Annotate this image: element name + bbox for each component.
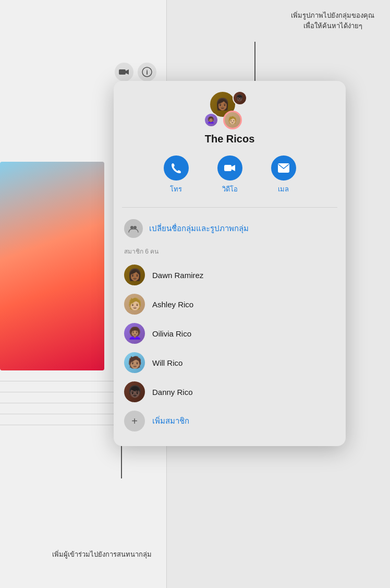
avatar-will: 🧑🏽 xyxy=(124,352,145,373)
mail-button[interactable]: เมล xyxy=(271,155,296,195)
avatar-oilivia: 👩🏽‍🦱 xyxy=(124,323,145,344)
member-list: 👩🏾 Dawn Ramirez 🧑🏼 Ashley Rico 👩🏽‍🦱 Oili… xyxy=(114,260,346,406)
change-group-text: เปลี่ยนชื่อกลุ่มและรูปภาพกลุ่ม xyxy=(149,222,249,235)
video-call-button[interactable]: วิดีโอ xyxy=(217,155,242,195)
list-item[interactable]: 👦🏿 Danny Rico xyxy=(114,377,346,406)
mail-button-label: เมล xyxy=(278,184,289,195)
call-button-circle xyxy=(164,155,189,181)
call-button[interactable]: โทร xyxy=(164,155,189,195)
group-avatars: 👩🏾 👦🏿 👩🏽‍🦱 🧑🏼 xyxy=(114,81,346,133)
avatar-danny: 👦🏿 xyxy=(124,381,145,402)
avatar-br: 🧑🏼 xyxy=(223,111,242,129)
svg-rect-4 xyxy=(278,163,289,173)
video-call-button-circle xyxy=(217,155,242,181)
video-button[interactable] xyxy=(115,63,133,81)
member-name-ashley: Ashley Rico xyxy=(152,300,193,309)
annotation-top: เพิ่มรูปภาพไปยังกลุ่มของคุณ เพื่อให้ค้นห… xyxy=(291,10,374,31)
video-call-button-label: วิดีโอ xyxy=(222,184,238,195)
info-button[interactable]: i xyxy=(138,63,156,81)
change-group-row[interactable]: เปลี่ยนชื่อกลุ่มและรูปภาพกลุ่ม xyxy=(114,216,346,246)
avatar-ashley: 🧑🏼 xyxy=(124,294,145,315)
avatar-br-emoji: 🧑🏼 xyxy=(225,112,240,128)
list-item[interactable]: 👩🏾 Dawn Ramirez xyxy=(114,260,346,290)
avatar-group-container: 👩🏾 👦🏿 👩🏽‍🦱 🧑🏼 xyxy=(201,91,259,133)
svg-point-5 xyxy=(130,226,133,229)
top-bar: i xyxy=(115,63,156,81)
change-group-icon xyxy=(124,219,143,238)
avatar-bl: 👩🏽‍🦱 xyxy=(204,113,218,127)
member-name-danny: Danny Rico xyxy=(152,388,193,397)
mail-button-circle xyxy=(271,155,296,181)
svg-rect-0 xyxy=(119,69,126,75)
avatar-dawn: 👩🏾 xyxy=(124,265,145,285)
member-name-oilivia: Oilivia Rico xyxy=(152,329,191,338)
call-button-label: โทร xyxy=(170,184,182,195)
action-buttons-row: โทร วิดีโอ เมล xyxy=(114,155,346,195)
avatar-tr: 👦🏿 xyxy=(233,91,247,105)
add-member-row[interactable]: + เพิ่มสมาชิก xyxy=(114,406,346,436)
add-member-icon: + xyxy=(124,411,145,431)
member-name-will: Will Rico xyxy=(152,358,182,367)
group-name: The Ricos xyxy=(114,133,346,145)
svg-point-6 xyxy=(133,226,137,229)
list-item[interactable]: 🧑🏼 Ashley Rico xyxy=(114,290,346,319)
annotation-bottom: เพิ่มผู้เข้าร่วมไปยังการสนทนากลุ่ม xyxy=(52,549,152,560)
svg-text:i: i xyxy=(146,68,148,76)
list-item[interactable]: 👩🏽‍🦱 Oilivia Rico xyxy=(114,319,346,348)
add-member-label: เพิ่มสมาชิก xyxy=(152,415,189,427)
svg-rect-3 xyxy=(224,165,231,171)
avatar-bl-emoji: 👩🏽‍🦱 xyxy=(205,114,217,126)
avatar-tr-emoji: 👦🏿 xyxy=(234,92,246,104)
divider-top xyxy=(122,207,337,208)
member-name-dawn: Dawn Ramirez xyxy=(152,271,203,280)
list-item[interactable]: 🧑🏽 Will Rico xyxy=(114,348,346,377)
background-photo xyxy=(0,162,104,370)
member-count: สมาชิก 6 คน xyxy=(114,246,346,260)
popup-card: 👩🏾 👦🏿 👩🏽‍🦱 🧑🏼 The Ricos โทร xyxy=(114,81,346,446)
